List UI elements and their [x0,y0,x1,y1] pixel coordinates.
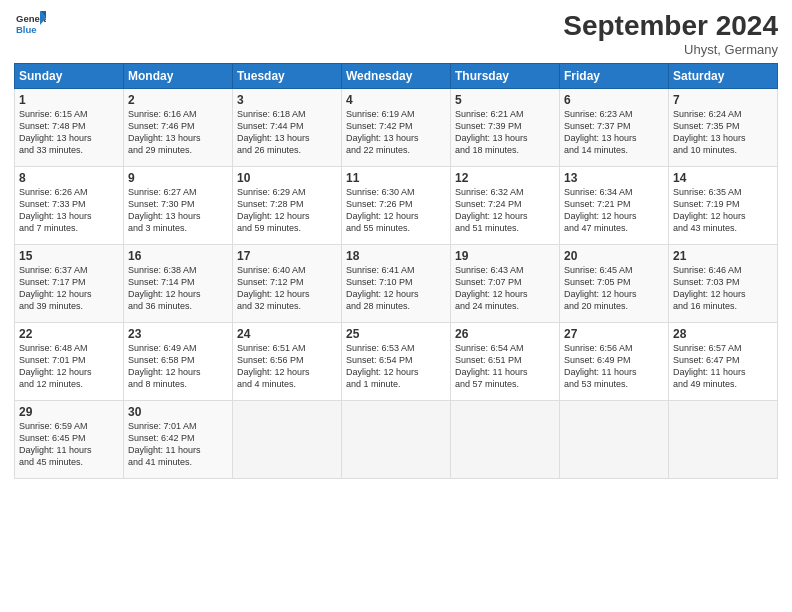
calendar-cell [669,401,778,479]
day-number: 22 [19,327,119,341]
cell-info: Sunrise: 6:24 AMSunset: 7:35 PMDaylight:… [673,109,746,155]
calendar-cell: 28 Sunrise: 6:57 AMSunset: 6:47 PMDaylig… [669,323,778,401]
cell-info: Sunrise: 6:29 AMSunset: 7:28 PMDaylight:… [237,187,310,233]
calendar-week-4: 22 Sunrise: 6:48 AMSunset: 7:01 PMDaylig… [15,323,778,401]
day-number: 6 [564,93,664,107]
cell-info: Sunrise: 6:53 AMSunset: 6:54 PMDaylight:… [346,343,419,389]
cell-info: Sunrise: 6:35 AMSunset: 7:19 PMDaylight:… [673,187,746,233]
calendar-week-2: 8 Sunrise: 6:26 AMSunset: 7:33 PMDayligh… [15,167,778,245]
calendar-cell: 1 Sunrise: 6:15 AMSunset: 7:48 PMDayligh… [15,89,124,167]
month-title: September 2024 [563,10,778,42]
page-container: General Blue September 2024 Uhyst, Germa… [0,0,792,489]
calendar-cell: 13 Sunrise: 6:34 AMSunset: 7:21 PMDaylig… [560,167,669,245]
cell-info: Sunrise: 6:49 AMSunset: 6:58 PMDaylight:… [128,343,201,389]
day-number: 10 [237,171,337,185]
col-friday: Friday [560,64,669,89]
day-number: 7 [673,93,773,107]
calendar-header: Sunday Monday Tuesday Wednesday Thursday… [15,64,778,89]
col-saturday: Saturday [669,64,778,89]
cell-info: Sunrise: 6:15 AMSunset: 7:48 PMDaylight:… [19,109,92,155]
calendar-cell: 12 Sunrise: 6:32 AMSunset: 7:24 PMDaylig… [451,167,560,245]
calendar-cell: 26 Sunrise: 6:54 AMSunset: 6:51 PMDaylig… [451,323,560,401]
cell-info: Sunrise: 6:46 AMSunset: 7:03 PMDaylight:… [673,265,746,311]
day-number: 3 [237,93,337,107]
calendar-cell: 23 Sunrise: 6:49 AMSunset: 6:58 PMDaylig… [124,323,233,401]
day-number: 17 [237,249,337,263]
calendar-cell: 17 Sunrise: 6:40 AMSunset: 7:12 PMDaylig… [233,245,342,323]
calendar-cell: 25 Sunrise: 6:53 AMSunset: 6:54 PMDaylig… [342,323,451,401]
calendar-body: 1 Sunrise: 6:15 AMSunset: 7:48 PMDayligh… [15,89,778,479]
col-sunday: Sunday [15,64,124,89]
calendar-table: Sunday Monday Tuesday Wednesday Thursday… [14,63,778,479]
day-number: 15 [19,249,119,263]
cell-info: Sunrise: 6:21 AMSunset: 7:39 PMDaylight:… [455,109,528,155]
calendar-cell: 15 Sunrise: 6:37 AMSunset: 7:17 PMDaylig… [15,245,124,323]
cell-info: Sunrise: 6:23 AMSunset: 7:37 PMDaylight:… [564,109,637,155]
calendar-cell: 7 Sunrise: 6:24 AMSunset: 7:35 PMDayligh… [669,89,778,167]
cell-info: Sunrise: 7:01 AMSunset: 6:42 PMDaylight:… [128,421,201,467]
cell-info: Sunrise: 6:16 AMSunset: 7:46 PMDaylight:… [128,109,201,155]
day-number: 2 [128,93,228,107]
cell-info: Sunrise: 6:37 AMSunset: 7:17 PMDaylight:… [19,265,92,311]
calendar-cell [233,401,342,479]
day-number: 29 [19,405,119,419]
day-number: 13 [564,171,664,185]
cell-info: Sunrise: 6:51 AMSunset: 6:56 PMDaylight:… [237,343,310,389]
calendar-cell: 3 Sunrise: 6:18 AMSunset: 7:44 PMDayligh… [233,89,342,167]
day-number: 30 [128,405,228,419]
day-number: 9 [128,171,228,185]
cell-info: Sunrise: 6:18 AMSunset: 7:44 PMDaylight:… [237,109,310,155]
day-number: 20 [564,249,664,263]
day-number: 16 [128,249,228,263]
day-number: 24 [237,327,337,341]
calendar-cell: 11 Sunrise: 6:30 AMSunset: 7:26 PMDaylig… [342,167,451,245]
cell-info: Sunrise: 6:19 AMSunset: 7:42 PMDaylight:… [346,109,419,155]
day-number: 23 [128,327,228,341]
day-number: 14 [673,171,773,185]
cell-info: Sunrise: 6:48 AMSunset: 7:01 PMDaylight:… [19,343,92,389]
calendar-cell: 8 Sunrise: 6:26 AMSunset: 7:33 PMDayligh… [15,167,124,245]
calendar-cell [451,401,560,479]
cell-info: Sunrise: 6:32 AMSunset: 7:24 PMDaylight:… [455,187,528,233]
cell-info: Sunrise: 6:30 AMSunset: 7:26 PMDaylight:… [346,187,419,233]
calendar-cell: 21 Sunrise: 6:46 AMSunset: 7:03 PMDaylig… [669,245,778,323]
calendar-cell: 10 Sunrise: 6:29 AMSunset: 7:28 PMDaylig… [233,167,342,245]
col-tuesday: Tuesday [233,64,342,89]
day-number: 27 [564,327,664,341]
col-monday: Monday [124,64,233,89]
calendar-cell: 14 Sunrise: 6:35 AMSunset: 7:19 PMDaylig… [669,167,778,245]
day-number: 5 [455,93,555,107]
cell-info: Sunrise: 6:45 AMSunset: 7:05 PMDaylight:… [564,265,637,311]
cell-info: Sunrise: 6:34 AMSunset: 7:21 PMDaylight:… [564,187,637,233]
col-wednesday: Wednesday [342,64,451,89]
cell-info: Sunrise: 6:26 AMSunset: 7:33 PMDaylight:… [19,187,92,233]
day-number: 11 [346,171,446,185]
calendar-cell: 22 Sunrise: 6:48 AMSunset: 7:01 PMDaylig… [15,323,124,401]
cell-info: Sunrise: 6:38 AMSunset: 7:14 PMDaylight:… [128,265,201,311]
calendar-week-1: 1 Sunrise: 6:15 AMSunset: 7:48 PMDayligh… [15,89,778,167]
calendar-cell: 2 Sunrise: 6:16 AMSunset: 7:46 PMDayligh… [124,89,233,167]
calendar-cell: 27 Sunrise: 6:56 AMSunset: 6:49 PMDaylig… [560,323,669,401]
day-number: 19 [455,249,555,263]
cell-info: Sunrise: 6:41 AMSunset: 7:10 PMDaylight:… [346,265,419,311]
day-number: 18 [346,249,446,263]
day-number: 4 [346,93,446,107]
cell-info: Sunrise: 6:27 AMSunset: 7:30 PMDaylight:… [128,187,201,233]
calendar-week-5: 29 Sunrise: 6:59 AMSunset: 6:45 PMDaylig… [15,401,778,479]
calendar-cell: 19 Sunrise: 6:43 AMSunset: 7:07 PMDaylig… [451,245,560,323]
cell-info: Sunrise: 6:43 AMSunset: 7:07 PMDaylight:… [455,265,528,311]
day-number: 8 [19,171,119,185]
cell-info: Sunrise: 6:57 AMSunset: 6:47 PMDaylight:… [673,343,746,389]
calendar-cell: 9 Sunrise: 6:27 AMSunset: 7:30 PMDayligh… [124,167,233,245]
calendar-cell [342,401,451,479]
cell-info: Sunrise: 6:40 AMSunset: 7:12 PMDaylight:… [237,265,310,311]
calendar-cell: 18 Sunrise: 6:41 AMSunset: 7:10 PMDaylig… [342,245,451,323]
day-number: 21 [673,249,773,263]
logo: General Blue [14,10,46,38]
day-number: 28 [673,327,773,341]
cell-info: Sunrise: 6:59 AMSunset: 6:45 PMDaylight:… [19,421,92,467]
calendar-cell: 30 Sunrise: 7:01 AMSunset: 6:42 PMDaylig… [124,401,233,479]
location-subtitle: Uhyst, Germany [563,42,778,57]
day-number: 26 [455,327,555,341]
day-number: 12 [455,171,555,185]
